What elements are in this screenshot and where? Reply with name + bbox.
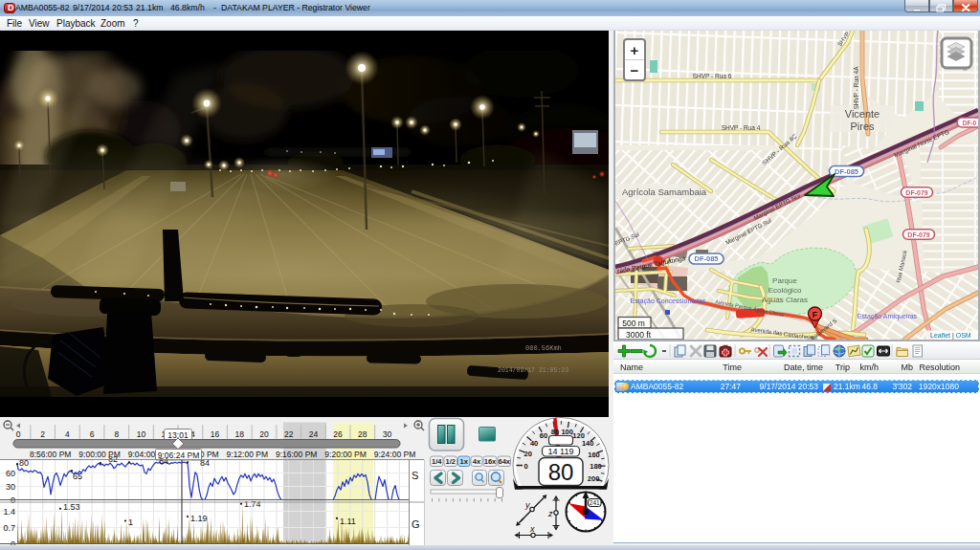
svg-text:10: 10 bbox=[137, 429, 146, 439]
svg-text:160: 160 bbox=[588, 451, 600, 459]
svg-text:28: 28 bbox=[358, 429, 368, 439]
svg-text:14 119: 14 119 bbox=[548, 447, 574, 456]
svg-text:9:12:00 PM: 9:12:00 PM bbox=[227, 450, 268, 459]
svg-text:180: 180 bbox=[590, 462, 602, 471]
svg-text:1.11: 1.11 bbox=[340, 517, 356, 526]
svg-text:SHVP - Rua 4: SHVP - Rua 4 bbox=[722, 124, 761, 131]
svg-text:DF-079: DF-079 bbox=[907, 231, 929, 238]
svg-text:Agrícola Samambaia: Agrícola Samambaia bbox=[622, 187, 707, 197]
svg-text:60: 60 bbox=[6, 469, 15, 478]
svg-text:4: 4 bbox=[65, 429, 70, 439]
svg-text:26: 26 bbox=[333, 429, 343, 439]
svg-text:SHVP - Rua 4A: SHVP - Rua 4A bbox=[853, 66, 859, 110]
svg-text:64x: 64x bbox=[498, 457, 510, 466]
svg-text:1/4: 1/4 bbox=[432, 457, 442, 466]
svg-text:1: 1 bbox=[128, 517, 133, 527]
svg-text:20: 20 bbox=[524, 450, 532, 458]
svg-text:30: 30 bbox=[383, 429, 392, 439]
svg-text:DF-079: DF-079 bbox=[905, 189, 927, 196]
svg-text:DF-085: DF-085 bbox=[835, 167, 858, 176]
svg-text:G: G bbox=[412, 518, 420, 530]
svg-text:100: 100 bbox=[561, 428, 573, 436]
svg-text:140: 140 bbox=[582, 439, 594, 448]
svg-text:Estação Arniqueiras: Estação Arniqueiras bbox=[858, 313, 918, 320]
svg-text:Ecológico: Ecológico bbox=[768, 286, 802, 295]
svg-text:22: 22 bbox=[284, 429, 294, 439]
svg-text:0: 0 bbox=[523, 462, 527, 471]
svg-text:2014/09/17 21:05:23: 2014/09/17 21:05:23 bbox=[498, 367, 568, 374]
svg-text:16: 16 bbox=[211, 429, 220, 439]
svg-text:z: z bbox=[547, 509, 553, 518]
svg-text:20: 20 bbox=[259, 429, 269, 439]
svg-text:Parque: Parque bbox=[772, 276, 797, 285]
svg-text:S: S bbox=[412, 470, 418, 481]
svg-text:1.4: 1.4 bbox=[3, 507, 15, 517]
svg-text:40: 40 bbox=[530, 439, 538, 448]
svg-text:Estação Concessionárias: Estação Concessionárias bbox=[631, 297, 706, 305]
svg-text:Águas Claras: Águas Claras bbox=[762, 296, 808, 304]
svg-text:84: 84 bbox=[159, 456, 168, 466]
svg-text:9:16:00 PM: 9:16:00 PM bbox=[276, 450, 317, 459]
svg-text:Leaflet | OSM: Leaflet | OSM bbox=[930, 332, 971, 340]
svg-text:1.53: 1.53 bbox=[63, 502, 80, 512]
svg-text:9:24:00 PM: 9:24:00 PM bbox=[374, 450, 415, 459]
svg-text:080.56Kmh: 080.56Kmh bbox=[525, 344, 562, 352]
svg-text:4x: 4x bbox=[473, 457, 481, 466]
svg-text:8:56:00 PM: 8:56:00 PM bbox=[30, 450, 71, 459]
svg-text:9:20:00 PM: 9:20:00 PM bbox=[324, 450, 366, 459]
svg-text:241: 241 bbox=[590, 499, 600, 506]
svg-text:2: 2 bbox=[40, 429, 45, 439]
svg-text:SHVP - Rua 6: SHVP - Rua 6 bbox=[693, 73, 732, 79]
svg-text:−: − bbox=[631, 62, 639, 78]
svg-text:DF-085: DF-085 bbox=[694, 254, 718, 263]
svg-text:y: y bbox=[524, 500, 530, 510]
svg-text:200: 200 bbox=[588, 474, 600, 483]
svg-text:3000 ft: 3000 ft bbox=[626, 330, 652, 340]
svg-text:x: x bbox=[529, 524, 535, 534]
svg-text:1x: 1x bbox=[460, 457, 469, 466]
svg-text:DF-0: DF-0 bbox=[963, 120, 977, 126]
svg-text:18: 18 bbox=[235, 429, 245, 439]
svg-text:8: 8 bbox=[114, 429, 119, 439]
svg-text:80: 80 bbox=[551, 428, 559, 436]
svg-text:1.74: 1.74 bbox=[244, 499, 261, 509]
svg-text:+: + bbox=[631, 42, 639, 58]
svg-text:80: 80 bbox=[548, 459, 574, 485]
svg-text:Vicente: Vicente bbox=[845, 108, 880, 120]
svg-text:0: 0 bbox=[16, 429, 21, 439]
svg-text:500 m: 500 m bbox=[622, 319, 645, 328]
svg-text:1/2: 1/2 bbox=[446, 457, 456, 466]
svg-text:F: F bbox=[813, 310, 818, 319]
svg-text:0.7: 0.7 bbox=[3, 523, 15, 533]
svg-text:16x: 16x bbox=[484, 457, 497, 466]
svg-text:24: 24 bbox=[309, 429, 319, 439]
svg-text:Pires: Pires bbox=[850, 121, 875, 132]
svg-text:60: 60 bbox=[540, 431, 547, 440]
svg-text:30: 30 bbox=[6, 482, 15, 492]
svg-text:1.19: 1.19 bbox=[190, 514, 208, 523]
svg-text:6: 6 bbox=[90, 429, 95, 439]
svg-text:65: 65 bbox=[73, 472, 82, 481]
